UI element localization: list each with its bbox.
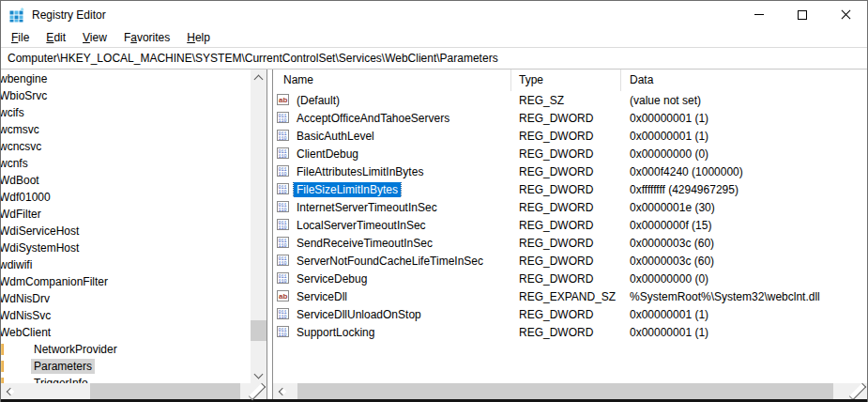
menu-item-view[interactable]: View (74, 29, 115, 46)
folder-icon (1, 344, 4, 355)
minimize-button[interactable] (738, 1, 781, 28)
value-data: 0x00000001 (1) (621, 326, 867, 339)
scroll-left-button[interactable] (1, 383, 17, 399)
tree-horizontal-scrollbar[interactable] (1, 383, 266, 399)
value-data: 0x0000003c (60) (621, 237, 867, 250)
svg-text:110: 110 (279, 154, 287, 160)
registry-value-row-FileSizeLimitInBytes[interactable]: 011110FileSizeLimitInBytesREG_DWORD0xfff… (273, 180, 867, 198)
registry-value-row-ServiceDllUnloadOnStop[interactable]: 011110ServiceDllUnloadOnStopREG_DWORD0x0… (273, 305, 867, 323)
scroll-right-button[interactable] (251, 383, 266, 399)
scroll-up-button[interactable] (251, 70, 266, 85)
column-header-data[interactable]: Data (621, 70, 867, 91)
horizontal-scroll-thumb[interactable] (297, 383, 833, 399)
value-type: REG_DWORD (511, 272, 621, 286)
tree-item-WdiSystemHost[interactable]: WdiSystemHost (1, 240, 251, 256)
column-header-type[interactable]: Type (511, 70, 621, 91)
registry-value-row-FileAttributesLimitInBytes[interactable]: 011110FileAttributesLimitInBytesREG_DWOR… (273, 162, 867, 180)
close-button[interactable] (824, 1, 867, 28)
horizontal-scroll-thumb[interactable] (90, 383, 240, 399)
registry-value-row-ServiceDebug[interactable]: 011110ServiceDebugREG_DWORD0x00000000 (0… (273, 270, 867, 287)
vertical-scroll-thumb[interactable] (251, 320, 266, 341)
tree-item-Wdf01000[interactable]: Wdf01000 (1, 189, 251, 206)
maximize-button[interactable] (781, 1, 824, 28)
value-data: 0x00000001 (1) (621, 130, 867, 143)
value-data: 0x00000001 (1) (621, 308, 867, 321)
tree-item-label: WbioSrvc (1, 88, 50, 103)
registry-value-row-LocalServerTimeoutInSec[interactable]: 011110LocalServerTimeoutInSecREG_DWORD0x… (273, 216, 867, 234)
tree-item-wbengine[interactable]: wbengine (1, 70, 251, 87)
menu-item-accelerator: F (11, 31, 18, 44)
tree-item-WdNisDrv[interactable]: WdNisDrv (1, 290, 251, 307)
registry-value-row-BasicAuthLevel[interactable]: 011110BasicAuthLevelREG_DWORD0x00000001 … (273, 127, 867, 145)
svg-text:110: 110 (279, 315, 287, 320)
value-data: 0x00000000 (0) (621, 147, 867, 161)
registry-value-row-ClientDebug[interactable]: 011110ClientDebugREG_DWORD0x00000000 (0) (273, 145, 867, 162)
tree-item-label: WdmCompanionFilter (1, 274, 111, 289)
tree-item-label: WdNisDrv (1, 291, 53, 306)
menu-item-edit[interactable]: Edit (38, 29, 74, 46)
tree-item-label: Parameters (31, 359, 95, 374)
value-type: REG_DWORD (511, 308, 621, 321)
value-name: (Default) (294, 93, 343, 108)
address-bar[interactable]: Computer\HKEY_LOCAL_MACHINE\SYSTEM\Curre… (1, 47, 867, 70)
value-name: LocalServerTimeoutInSec (294, 218, 429, 233)
value-name: ServerNotFoundCacheLifeTimeInSec (294, 254, 486, 269)
registry-value-row-SupportLocking[interactable]: 011110SupportLockingREG_DWORD0x00000001 … (273, 323, 867, 341)
tree-item-Parameters[interactable]: Parameters (1, 358, 251, 375)
tree-item-WdiServiceHost[interactable]: WdiServiceHost (1, 223, 251, 240)
registry-value-row-ServerNotFoundCacheLifeTimeInSec[interactable]: 011110ServerNotFoundCacheLifeTimeInSecRE… (273, 252, 867, 270)
tree-item-WbioSrvc[interactable]: WbioSrvc (1, 87, 251, 104)
tree-item-WdBoot[interactable]: WdBoot (1, 172, 251, 189)
chevron-right-icon (849, 382, 866, 399)
chevron-left-icon (7, 387, 14, 394)
menu-item-accelerator: E (46, 31, 53, 44)
tree-item-WebClient[interactable]: WebClient (1, 324, 251, 341)
value-type: REG_DWORD (511, 130, 621, 143)
value-type: REG_DWORD (511, 112, 621, 125)
value-name: BasicAuthLevel (294, 129, 377, 144)
folder-icon (1, 361, 4, 372)
tree-item-wcmsvc[interactable]: wcmsvc (1, 121, 251, 138)
column-header-name[interactable]: Name (273, 70, 511, 91)
svg-text:110: 110 (279, 279, 287, 285)
tree-vertical-scrollbar[interactable] (251, 70, 266, 383)
tree-item-label: wcnfs (1, 156, 31, 171)
list-header: Name Type Data (273, 70, 867, 91)
registry-value-row-InternetServerTimeoutInSec[interactable]: 011110InternetServerTimeoutInSecREG_DWOR… (273, 198, 867, 216)
tree-item-wcncsvc[interactable]: wcncsvc (1, 138, 251, 155)
tree-item-WdNisSvc[interactable]: WdNisSvc (1, 307, 251, 324)
menu-item-favorites[interactable]: Favorites (115, 29, 178, 46)
dword-value-icon: 011110 (277, 219, 290, 231)
svg-text:ab: ab (279, 96, 287, 104)
tree-item-WdmCompanionFilter[interactable]: WdmCompanionFilter (1, 273, 251, 290)
menu-item-help[interactable]: Help (178, 29, 219, 46)
tree-item-wcifs[interactable]: wcifs (1, 104, 251, 121)
registry-value-row-Default[interactable]: ab(Default)REG_SZ(value not set) (273, 91, 867, 109)
tree-item-wdiwifi[interactable]: wdiwifi (1, 256, 251, 273)
address-path: Computer\HKEY_LOCAL_MACHINE\SYSTEM\Curre… (1, 52, 498, 65)
tree-item-TriggerInfo[interactable]: TriggerInfo (1, 375, 251, 383)
chevron-up-icon (254, 74, 264, 84)
tree-item-wcnfs[interactable]: wcnfs (1, 155, 251, 172)
value-data: 0x000f4240 (1000000) (621, 165, 867, 178)
scroll-down-button[interactable] (251, 367, 266, 383)
values-horizontal-scrollbar[interactable] (273, 383, 867, 399)
tree-item-NetworkProvider[interactable]: NetworkProvider (1, 341, 251, 358)
menu-item-file[interactable]: File (3, 29, 38, 46)
value-type: REG_DWORD (511, 183, 621, 196)
tree-item-WdFilter[interactable]: WdFilter (1, 206, 251, 223)
registry-value-row-AcceptOfficeAndTahoeServers[interactable]: 011110AcceptOfficeAndTahoeServersREG_DWO… (273, 109, 867, 127)
value-name: AcceptOfficeAndTahoeServers (294, 111, 452, 126)
registry-value-row-ServiceDll[interactable]: abServiceDllREG_EXPAND_SZ%SystemRoot%\Sy… (273, 287, 867, 305)
value-type: REG_DWORD (511, 326, 621, 339)
value-type: REG_DWORD (511, 255, 621, 268)
chevron-down-icon (254, 369, 264, 379)
tree-item-label: Wdf01000 (1, 190, 53, 205)
registry-editor-app-icon (9, 8, 24, 23)
tree-item-label: WdiServiceHost (1, 224, 82, 239)
title-bar: Registry Editor (1, 1, 867, 28)
scroll-right-button[interactable] (851, 383, 867, 399)
scroll-left-button[interactable] (273, 383, 289, 399)
registry-value-row-SendReceiveTimeoutInSec[interactable]: 011110SendReceiveTimeoutInSecREG_DWORD0x… (273, 234, 867, 252)
string-value-icon: ab (277, 290, 290, 302)
